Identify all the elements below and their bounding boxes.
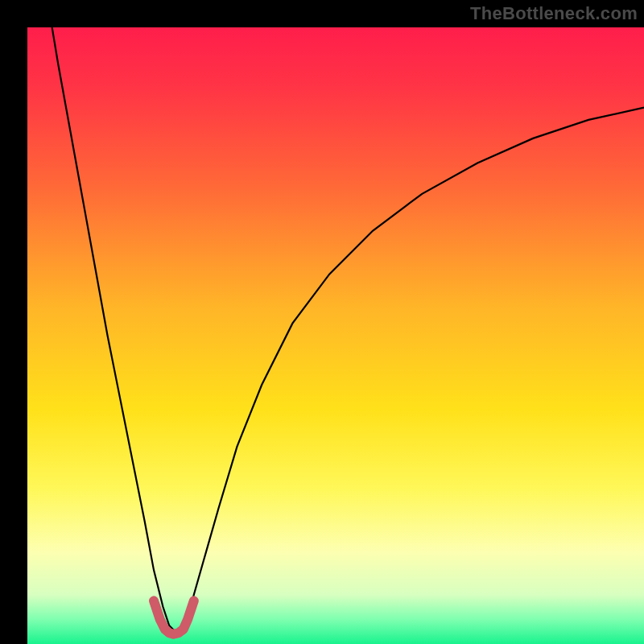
watermark-text: TheBottleneck.com [470, 3, 638, 24]
bottleneck-chart [0, 0, 644, 644]
plot-background [27, 27, 644, 644]
chart-stage: TheBottleneck.com [0, 0, 644, 644]
